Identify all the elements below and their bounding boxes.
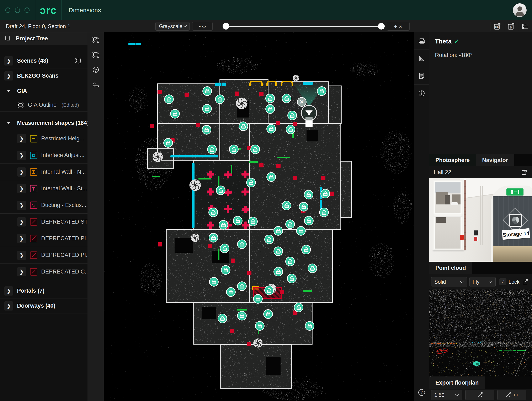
chevron-right-icon[interactable]: ❯ xyxy=(17,251,26,260)
measure-tape-tool-icon[interactable] xyxy=(88,77,104,92)
photosphere-preview[interactable]: Storage 14 xyxy=(429,178,532,262)
photosphere-marker[interactable] xyxy=(304,190,313,200)
photosphere-marker[interactable] xyxy=(265,104,275,114)
chevron-right-icon[interactable]: ❯ xyxy=(4,56,13,65)
info-icon[interactable] xyxy=(414,85,429,102)
scale-select[interactable]: 1:50 xyxy=(431,390,462,400)
sidebar-item-gia-outline[interactable]: GIA Outline(Edited) xyxy=(0,98,88,112)
photosphere-marker[interactable] xyxy=(255,321,265,331)
photosphere-marker[interactable] xyxy=(263,309,273,319)
user-avatar[interactable] xyxy=(513,3,527,17)
help-icon[interactable]: ? xyxy=(414,385,429,400)
open-external-icon[interactable] xyxy=(522,278,529,285)
photosphere-marker[interactable] xyxy=(320,189,330,198)
photosphere-marker[interactable] xyxy=(282,94,291,103)
photosphere-marker[interactable] xyxy=(170,109,180,119)
polygon-tool-icon[interactable] xyxy=(88,47,104,62)
sidebar-item-interface-adjust[interactable]: ❯ Interface Adjust... xyxy=(0,147,88,164)
notes-icon[interactable] xyxy=(414,67,429,85)
photosphere-marker[interactable] xyxy=(207,145,217,154)
photosphere-marker[interactable] xyxy=(304,216,314,226)
range-slider[interactable] xyxy=(226,26,381,27)
set-square-icon[interactable] xyxy=(414,50,429,67)
photosphere-marker[interactable] xyxy=(202,104,212,114)
sidebar-item-internal-wall-st[interactable]: ❯ Internal Wall - St... xyxy=(0,180,88,197)
photosphere-marker[interactable] xyxy=(239,122,248,131)
photosphere-marker[interactable] xyxy=(265,94,275,103)
photosphere-marker[interactable] xyxy=(203,86,212,96)
polygon-fill-tool-icon[interactable] xyxy=(88,32,104,47)
chevron-right-icon[interactable]: ❯ xyxy=(4,286,13,296)
photosphere-marker[interactable] xyxy=(273,246,283,256)
window-control-icon[interactable] xyxy=(25,7,30,13)
photosphere-tool-icon[interactable] xyxy=(88,62,104,77)
print-icon[interactable] xyxy=(414,32,429,50)
photosphere-marker[interactable] xyxy=(220,244,229,253)
tab-export-floorplan[interactable]: Export floorplan xyxy=(429,376,485,389)
photosphere-marker[interactable] xyxy=(299,202,308,212)
sidebar-item-deprecated-c[interactable]: ❯ DEPRECATED C... xyxy=(0,264,88,280)
photosphere-marker[interactable] xyxy=(319,207,329,217)
photosphere-marker[interactable] xyxy=(266,172,276,182)
photosphere-marker[interactable] xyxy=(317,86,326,96)
photosphere-marker[interactable] xyxy=(246,178,256,188)
photosphere-marker[interactable] xyxy=(209,207,218,217)
export-s-button[interactable]: S xyxy=(507,22,516,31)
window-control-icon[interactable] xyxy=(15,7,20,13)
photosphere-marker[interactable] xyxy=(229,145,239,154)
min-infinity-button[interactable]: - ∞ xyxy=(192,22,213,31)
photosphere-marker[interactable] xyxy=(209,233,218,243)
sidebar-item-doorways[interactable]: ❯ Doorways (40) xyxy=(0,298,88,313)
sidebar-item-restricted-height[interactable]: ❯ Restricted Heig... xyxy=(0,130,88,147)
photosphere-marker[interactable] xyxy=(264,235,274,244)
project-tree-header[interactable]: Project Tree xyxy=(0,32,88,45)
photosphere-marker[interactable] xyxy=(221,265,230,275)
photosphere-marker[interactable] xyxy=(282,201,291,210)
photosphere-marker[interactable] xyxy=(226,287,236,297)
colormap-select[interactable]: Grayscale xyxy=(155,22,190,31)
photosphere-marker[interactable] xyxy=(273,226,283,236)
pointcloud-3d-preview[interactable] xyxy=(429,290,532,376)
auto-generate-button[interactable] xyxy=(465,390,494,400)
chevron-right-icon[interactable]: ❯ xyxy=(17,134,26,143)
sidebar-item-deprecated-pi-2[interactable]: ❯ DEPRECATED PI... xyxy=(0,247,88,264)
chevron-right-icon[interactable]: ❯ xyxy=(4,71,13,80)
photosphere-marker[interactable] xyxy=(237,239,247,249)
chevron-right-icon[interactable]: ❯ xyxy=(17,234,26,243)
photosphere-marker[interactable] xyxy=(285,220,295,229)
sidebar-item-deprecated-pi-1[interactable]: ❯ DEPRECATED PI... xyxy=(0,230,88,247)
open-external-icon[interactable] xyxy=(521,169,527,175)
chevron-right-icon[interactable]: ❯ xyxy=(17,151,26,160)
window-control-icon[interactable] xyxy=(5,7,10,13)
save-icon[interactable] xyxy=(520,22,530,31)
photosphere-marker[interactable] xyxy=(296,226,306,236)
photosphere-marker[interactable] xyxy=(209,277,219,287)
sidebar-item-internal-wall-n[interactable]: ❯ Internal Wall - N... xyxy=(0,164,88,180)
photosphere-marker[interactable] xyxy=(301,245,311,254)
photosphere-marker[interactable] xyxy=(294,303,304,312)
export-dp-button[interactable]: DP xyxy=(493,22,502,31)
photosphere-marker[interactable] xyxy=(250,145,260,154)
tab-photosphere[interactable]: Photosphere xyxy=(429,154,476,166)
photosphere-marker[interactable] xyxy=(233,216,242,226)
chevron-right-icon[interactable]: ❯ xyxy=(17,201,26,210)
photosphere-marker[interactable] xyxy=(164,94,174,104)
selected-photosphere-marker[interactable] xyxy=(301,105,317,121)
chevron-right-icon[interactable]: ❯ xyxy=(17,217,26,226)
chevron-right-icon[interactable]: ❯ xyxy=(4,301,13,310)
photosphere-marker[interactable] xyxy=(215,94,225,104)
photosphere-marker[interactable] xyxy=(287,111,297,120)
chevron-right-icon[interactable]: ❯ xyxy=(17,267,26,276)
nav-mode-select[interactable]: Fly xyxy=(469,277,496,287)
photosphere-marker[interactable] xyxy=(218,314,227,323)
photosphere-marker[interactable] xyxy=(287,274,297,283)
photosphere-marker[interactable] xyxy=(237,311,247,321)
tab-navigator[interactable]: Navigator xyxy=(476,154,514,166)
sidebar-item-deprecated-st[interactable]: ❯ DEPRECATED ST... xyxy=(0,213,88,230)
photosphere-marker[interactable] xyxy=(266,124,276,134)
photosphere-marker[interactable] xyxy=(237,281,247,291)
chevron-down-icon[interactable] xyxy=(4,118,13,128)
photosphere-marker[interactable] xyxy=(219,220,228,230)
tab-point-cloud[interactable]: Point cloud xyxy=(429,262,472,274)
slider-handle-max[interactable] xyxy=(378,23,385,30)
